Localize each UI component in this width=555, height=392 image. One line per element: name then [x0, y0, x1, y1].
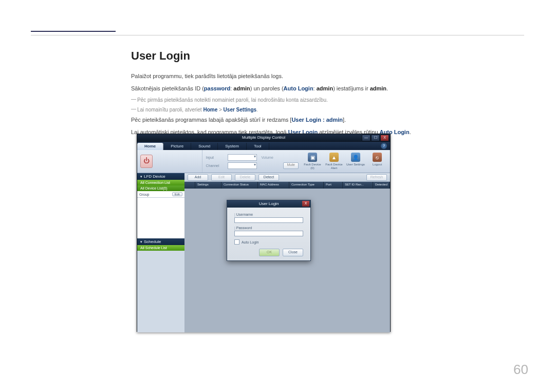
- sidebar-item-all-connection[interactable]: All Connection List: [137, 180, 184, 185]
- help-button[interactable]: ?: [381, 143, 387, 149]
- alert-icon: ▲: [329, 153, 339, 162]
- sidebar-item-all-device[interactable]: All Device List(0): [137, 185, 184, 191]
- page-number: 60: [513, 362, 528, 378]
- sidebar-empty: [137, 251, 184, 332]
- text: Sākotnējais pieteikšanās ID (: [131, 85, 204, 91]
- ok-button[interactable]: OK: [259, 249, 280, 256]
- admin-value: admin: [233, 85, 250, 91]
- text: Pēc pieteikšanās programmas labajā apakš…: [131, 117, 291, 123]
- sidebar: LFD Device All Connection List All Devic…: [137, 173, 184, 332]
- window-title: Multiple Display Control: [242, 135, 285, 140]
- fault-device-button[interactable]: ▣Fault Device (0): [302, 153, 323, 170]
- input-label: Input: [206, 156, 224, 159]
- user-login-admin: User Login : admin: [291, 117, 343, 123]
- password-label: password: [204, 85, 230, 91]
- user-settings-button[interactable]: 👤User Settings: [345, 153, 366, 170]
- username-input[interactable]: [234, 217, 303, 223]
- page-title: User Login: [131, 49, 524, 63]
- col-conn-type[interactable]: Connection Type: [289, 182, 324, 189]
- auto-login-checkbox[interactable]: [234, 239, 239, 245]
- channel-label: Channel: [206, 164, 224, 167]
- password-label: Password: [234, 226, 303, 230]
- maximize-button[interactable]: ☐: [371, 135, 380, 141]
- tab-system[interactable]: System: [218, 143, 247, 150]
- text: .: [386, 85, 388, 91]
- auto-login-label: Auto Login: [242, 240, 258, 244]
- add-button[interactable]: Add: [188, 174, 208, 181]
- fault-device-icon: ▣: [308, 153, 317, 162]
- tab-tool[interactable]: Tool: [247, 143, 269, 150]
- channel-combo[interactable]: [228, 162, 257, 169]
- app-window: Multiple Display Control — ☐ X Home Pict…: [137, 134, 391, 332]
- text: ) iestatījums ir: [333, 85, 370, 91]
- sidebar-item-all-schedule[interactable]: All Schedule List: [137, 245, 184, 251]
- col-port[interactable]: Port: [324, 182, 343, 189]
- note-path: Lai nomainītu paroli, atveriet Home > Us…: [131, 106, 524, 114]
- text: >: [217, 107, 223, 113]
- dialog-close-icon[interactable]: X: [302, 201, 309, 207]
- side-rule: [31, 31, 116, 32]
- content-column: User Login Palaižot programmu, tiek parā…: [131, 49, 524, 140]
- power-button[interactable]: ⏻: [140, 155, 153, 168]
- user-icon: 👤: [351, 153, 360, 162]
- minimize-button[interactable]: —: [362, 135, 371, 141]
- dialog-close-button[interactable]: Close: [283, 249, 303, 256]
- intro-paragraph: Palaižot programmu, tiek parādīts lietot…: [131, 72, 524, 81]
- logout-icon: ⎋: [373, 153, 382, 162]
- text: ].: [343, 117, 346, 123]
- top-rule: [31, 35, 524, 35]
- col-settings[interactable]: Settings: [195, 182, 221, 189]
- admin-value: admin: [370, 85, 386, 91]
- input-combo[interactable]: [228, 154, 257, 161]
- dialog-titlebar[interactable]: User Login X: [227, 200, 310, 208]
- tab-sound[interactable]: Sound: [191, 143, 218, 150]
- dialog-title: User Login: [259, 201, 279, 206]
- menu-bar: Home Picture Sound System Tool ?: [137, 142, 390, 150]
- user-settings-label: User Settings: [346, 163, 365, 166]
- refresh-button[interactable]: Refresh: [366, 174, 387, 181]
- default-credentials-paragraph: Sākotnējais pieteikšanās ID (password: a…: [131, 84, 524, 94]
- fault-alert-label: Fault Device Alert: [323, 163, 345, 170]
- delete-button[interactable]: Delete: [235, 174, 255, 181]
- auto-login-label: Auto Login: [284, 85, 313, 91]
- auto-login-row[interactable]: Auto Login: [234, 239, 303, 245]
- logout-button[interactable]: ⎋Logout: [366, 153, 388, 170]
- close-button[interactable]: X: [380, 135, 389, 141]
- status-corner-paragraph: Pēc pieteikšanās programmas labajā apakš…: [131, 116, 524, 125]
- fault-alert-button[interactable]: ▲Fault Device Alert: [323, 153, 345, 170]
- edit-group-button[interactable]: Edit: [172, 192, 182, 196]
- username-label: Username: [234, 213, 303, 216]
- user-settings-link: User Settings: [224, 107, 256, 113]
- col-detected[interactable]: Detected: [373, 182, 390, 189]
- text: .: [256, 107, 258, 113]
- volume-label: Volume: [261, 156, 279, 159]
- toolbar: ⏻ Input Volume Channel Mute ▣Fault Devic…: [137, 150, 390, 173]
- sidebar-header-schedule[interactable]: Schedule: [137, 238, 184, 245]
- note-change-password: Pēc pirmās pieteikšanās noteikti nomaini…: [131, 96, 524, 104]
- password-input[interactable]: [234, 231, 303, 236]
- sidebar-group-row: Group Edit: [137, 191, 184, 198]
- text: .: [410, 129, 411, 135]
- window-titlebar[interactable]: Multiple Display Control — ☐ X: [137, 134, 390, 142]
- edit-button[interactable]: Edit: [211, 174, 232, 181]
- text: Lai nomainītu paroli, atveriet: [137, 107, 203, 113]
- col-mac[interactable]: MAC Address: [258, 182, 289, 189]
- group-label: Group: [139, 193, 149, 196]
- col-setid[interactable]: SET ID Ran...: [343, 182, 373, 189]
- tab-picture[interactable]: Picture: [163, 143, 191, 150]
- home-link: Home: [203, 107, 217, 113]
- fault-device-label: Fault Device (0): [302, 163, 323, 170]
- tab-home[interactable]: Home: [137, 143, 163, 150]
- sidebar-header-lfd[interactable]: LFD Device: [137, 173, 184, 180]
- login-dialog: User Login X Username Password Auto Logi…: [227, 200, 311, 261]
- detect-button[interactable]: Detect: [258, 174, 279, 181]
- table-header: Settings Connection Status MAC Address C…: [184, 182, 390, 189]
- admin-value: admin: [317, 85, 333, 91]
- sidebar-tree-area: [137, 198, 184, 238]
- col-conn-status[interactable]: Connection Status: [221, 182, 258, 189]
- col-check[interactable]: [184, 182, 195, 189]
- logout-label: Logout: [373, 163, 382, 166]
- mute-button[interactable]: Mute: [283, 162, 299, 169]
- text: ) un paroles (: [250, 85, 284, 91]
